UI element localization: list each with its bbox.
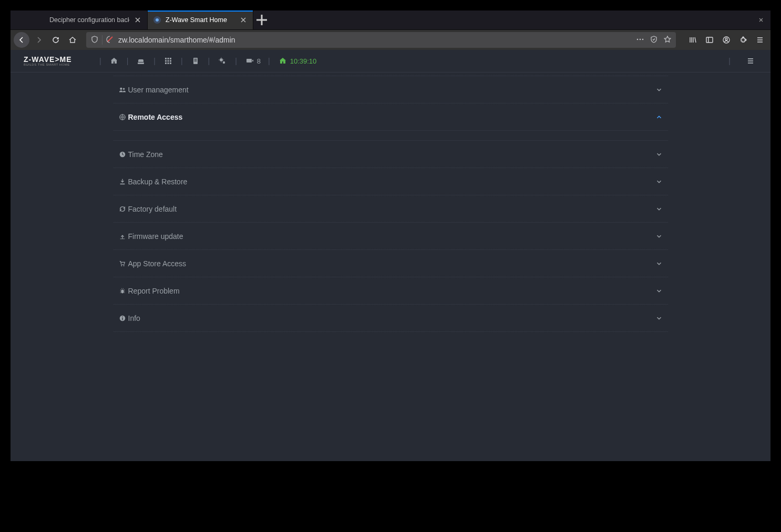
tab-favicon bbox=[153, 16, 161, 24]
admin-row-user-management[interactable]: User management bbox=[114, 76, 668, 103]
download-icon bbox=[118, 177, 127, 186]
status-home-icon bbox=[278, 56, 288, 66]
admin-panel: User managementRemote AccessTime ZoneBac… bbox=[11, 72, 770, 461]
tab-title: Z-Wave Smart Home bbox=[166, 16, 235, 24]
admin-row-factory-default[interactable]: Factory default bbox=[114, 195, 668, 223]
bug-icon bbox=[118, 286, 127, 296]
admin-row-label: Info bbox=[128, 314, 654, 322]
svg-rect-20 bbox=[194, 59, 197, 59]
svg-rect-22 bbox=[194, 61, 197, 61]
window-close-button[interactable] bbox=[752, 11, 770, 29]
svg-point-1 bbox=[156, 18, 159, 22]
admin-row-time-zone[interactable]: Time Zone bbox=[114, 140, 668, 168]
url-text: zw.localdomain/smarthome/#/admin bbox=[118, 36, 632, 44]
admin-row-label: Backup & Restore bbox=[128, 178, 654, 186]
brand-sub-text: BUILDS THE SMART HOME bbox=[24, 63, 70, 66]
nav-devices-icon[interactable] bbox=[244, 56, 255, 66]
forward-button[interactable] bbox=[32, 33, 46, 47]
admin-row-remote-access[interactable]: Remote Access bbox=[114, 103, 668, 131]
nav-home-icon[interactable] bbox=[109, 56, 119, 66]
chevron-down-icon bbox=[654, 286, 664, 296]
nav-events-icon[interactable] bbox=[190, 56, 201, 66]
svg-rect-18 bbox=[170, 62, 171, 64]
svg-rect-13 bbox=[165, 60, 167, 62]
nav-elements-icon[interactable] bbox=[163, 56, 173, 66]
admin-row-label: App Store Access bbox=[128, 259, 654, 268]
svg-point-4 bbox=[642, 38, 644, 40]
app-navbar: Z-WAVE>ME BUILDS THE SMART HOME | | | | bbox=[11, 50, 770, 72]
svg-rect-15 bbox=[170, 60, 171, 62]
upload-icon bbox=[118, 232, 127, 241]
info-icon bbox=[118, 314, 127, 323]
site-identity-icon[interactable] bbox=[106, 35, 114, 45]
admin-row-label: Factory default bbox=[128, 205, 654, 213]
shield-icon[interactable] bbox=[90, 35, 99, 45]
admin-row-report-problem[interactable]: Report Problem bbox=[114, 277, 668, 305]
account-icon[interactable] bbox=[719, 33, 734, 47]
browser-window: Decipher configuration back Z-Wave Smart… bbox=[11, 11, 770, 461]
browser-tab-inactive[interactable]: Decipher configuration back bbox=[32, 11, 148, 29]
svg-rect-25 bbox=[246, 59, 252, 62]
tab-title: Decipher configuration back bbox=[49, 16, 129, 24]
bookmark-icon[interactable] bbox=[663, 35, 672, 45]
chevron-down-icon bbox=[654, 177, 664, 186]
svg-point-2 bbox=[637, 38, 639, 40]
admin-row-label: Report Problem bbox=[128, 287, 654, 295]
browser-tab-active[interactable]: Z-Wave Smart Home bbox=[148, 11, 253, 29]
status-time: 10:39:10 bbox=[290, 57, 317, 65]
new-tab-button[interactable] bbox=[253, 11, 270, 29]
svg-point-7 bbox=[725, 38, 727, 40]
close-icon[interactable] bbox=[133, 16, 142, 24]
admin-row-app-store-access[interactable]: App Store Access bbox=[114, 250, 668, 277]
nav-menu-icon[interactable] bbox=[745, 56, 756, 66]
extension-icon[interactable] bbox=[736, 33, 751, 47]
tab-favicon bbox=[37, 16, 45, 24]
svg-rect-5 bbox=[706, 37, 713, 43]
tab-strip: Decipher configuration back Z-Wave Smart… bbox=[11, 11, 770, 30]
library-icon[interactable] bbox=[685, 33, 700, 47]
svg-rect-21 bbox=[194, 60, 197, 60]
chevron-down-icon bbox=[654, 204, 664, 214]
svg-point-3 bbox=[640, 38, 641, 40]
status-count: 8 bbox=[257, 57, 261, 65]
browser-toolbar: zw.localdomain/smarthome/#/admin bbox=[11, 30, 770, 50]
brand-logo[interactable]: Z-WAVE>ME BUILDS THE SMART HOME bbox=[24, 56, 87, 66]
svg-rect-17 bbox=[167, 62, 169, 64]
address-bar[interactable]: zw.localdomain/smarthome/#/admin bbox=[86, 32, 676, 48]
back-button[interactable] bbox=[14, 32, 29, 48]
page-content: Z-WAVE>ME BUILDS THE SMART HOME | | | | bbox=[11, 50, 770, 461]
close-icon[interactable] bbox=[239, 16, 248, 24]
svg-point-9 bbox=[745, 39, 746, 40]
sidebar-icon[interactable] bbox=[702, 33, 717, 47]
admin-row-backup-restore[interactable]: Backup & Restore bbox=[114, 168, 668, 195]
reader-icon[interactable] bbox=[650, 35, 658, 45]
chevron-down-icon bbox=[654, 314, 664, 323]
nav-automation-icon[interactable] bbox=[217, 56, 228, 66]
svg-point-24 bbox=[223, 61, 225, 64]
svg-rect-11 bbox=[167, 58, 169, 59]
admin-row-label: Firmware update bbox=[128, 232, 654, 241]
page-actions-icon[interactable] bbox=[636, 35, 644, 45]
admin-row-info[interactable]: Info bbox=[114, 305, 668, 332]
svg-rect-26 bbox=[252, 60, 253, 61]
svg-point-8 bbox=[743, 37, 744, 38]
app-menu-icon[interactable] bbox=[753, 33, 767, 47]
clock-icon bbox=[118, 150, 127, 159]
svg-rect-14 bbox=[167, 60, 169, 62]
admin-row-label: Remote Access bbox=[128, 113, 654, 121]
refresh-icon bbox=[118, 204, 127, 214]
admin-row-firmware-update[interactable]: Firmware update bbox=[114, 223, 668, 250]
globe-icon bbox=[118, 112, 127, 122]
chevron-down-icon bbox=[654, 112, 664, 122]
svg-point-23 bbox=[220, 58, 223, 61]
admin-row-label: Time Zone bbox=[128, 150, 654, 159]
chevron-down-icon bbox=[654, 85, 664, 95]
reload-button[interactable] bbox=[48, 33, 63, 47]
svg-rect-12 bbox=[170, 58, 171, 59]
home-button[interactable] bbox=[65, 33, 80, 47]
chevron-down-icon bbox=[654, 259, 664, 268]
brand-main-text: Z-WAVE>ME bbox=[24, 56, 72, 63]
admin-row-label: User management bbox=[128, 86, 654, 94]
nav-rooms-icon[interactable] bbox=[136, 56, 146, 66]
svg-rect-10 bbox=[165, 58, 167, 59]
